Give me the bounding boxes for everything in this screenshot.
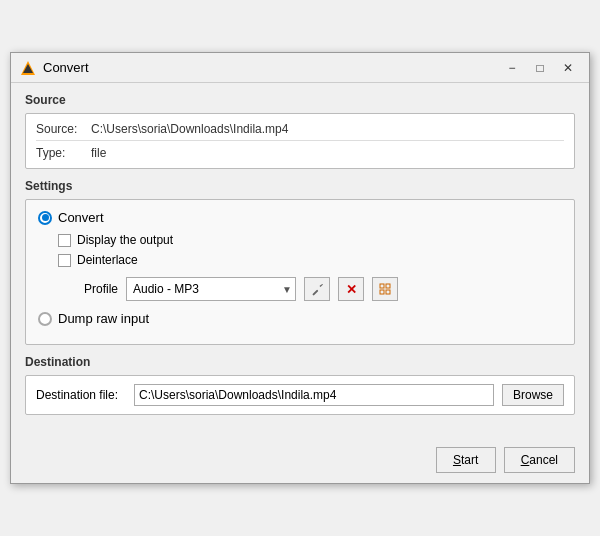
minimize-button[interactable]: − — [499, 58, 525, 78]
convert-radio[interactable]: Convert — [38, 210, 562, 225]
checkboxes-group: Display the output Deinterlace — [58, 233, 562, 267]
source-value: C:\Users\soria\Downloads\Indila.mp4 — [91, 122, 288, 136]
svg-rect-7 — [386, 290, 390, 294]
start-underline: Start — [453, 453, 478, 467]
svg-rect-4 — [380, 284, 384, 288]
convert-radio-indicator — [38, 211, 52, 225]
display-output-label: Display the output — [77, 233, 173, 247]
source-label: Source: — [36, 122, 91, 136]
display-output-checkbox[interactable]: Display the output — [58, 233, 562, 247]
titlebar: Convert − □ ✕ — [11, 53, 589, 83]
destination-section: Destination Destination file: Browse — [25, 355, 575, 415]
destination-box: Destination file: Browse — [25, 375, 575, 415]
dest-row: Destination file: Browse — [36, 384, 564, 406]
dest-label: Destination file: — [36, 388, 126, 402]
type-value: file — [91, 146, 106, 160]
profile-settings-button[interactable] — [304, 277, 330, 301]
profile-new-button[interactable] — [372, 277, 398, 301]
footer: Start Cancel — [11, 439, 589, 483]
divider — [36, 140, 564, 141]
deinterlace-checkbox[interactable]: Deinterlace — [58, 253, 562, 267]
svg-rect-3 — [312, 289, 318, 295]
svg-rect-6 — [380, 290, 384, 294]
dump-radio[interactable]: Dump raw input — [38, 311, 562, 326]
start-button[interactable]: Start — [436, 447, 496, 473]
destination-input[interactable] — [134, 384, 494, 406]
deinterlace-label: Deinterlace — [77, 253, 138, 267]
profile-select[interactable]: Audio - MP3 Video - H.264 + MP3 (MP4) Vi… — [126, 277, 296, 301]
source-section: Source Source: C:\Users\soria\Downloads\… — [25, 93, 575, 169]
display-output-box — [58, 234, 71, 247]
convert-dialog: Convert − □ ✕ Source Source: C:\Users\so… — [10, 52, 590, 484]
maximize-button[interactable]: □ — [527, 58, 553, 78]
convert-radio-label: Convert — [58, 210, 104, 225]
profile-select-wrapper: Audio - MP3 Video - H.264 + MP3 (MP4) Vi… — [126, 277, 296, 301]
wrench-icon — [311, 283, 324, 296]
destination-section-label: Destination — [25, 355, 575, 369]
cancel-button[interactable]: Cancel — [504, 447, 575, 473]
source-section-label: Source — [25, 93, 575, 107]
dump-radio-label: Dump raw input — [58, 311, 149, 326]
dialog-content: Source Source: C:\Users\soria\Downloads\… — [11, 83, 589, 439]
settings-section-label: Settings — [25, 179, 575, 193]
vlc-icon — [19, 59, 37, 77]
cancel-underline: Cancel — [521, 453, 558, 467]
profile-delete-button[interactable]: ✕ — [338, 277, 364, 301]
type-label: Type: — [36, 146, 91, 160]
settings-section: Settings Convert Display the output Dein… — [25, 179, 575, 345]
profile-row: Profile Audio - MP3 Video - H.264 + MP3 … — [58, 277, 562, 301]
deinterlace-box — [58, 254, 71, 267]
svg-rect-2 — [23, 73, 33, 75]
source-box: Source: C:\Users\soria\Downloads\Indila.… — [25, 113, 575, 169]
window-title: Convert — [43, 60, 89, 75]
dump-radio-indicator — [38, 312, 52, 326]
titlebar-buttons: − □ ✕ — [499, 58, 581, 78]
svg-rect-5 — [386, 284, 390, 288]
source-row-type: Type: file — [36, 146, 564, 160]
profile-label: Profile — [58, 282, 118, 296]
browse-button[interactable]: Browse — [502, 384, 564, 406]
close-button[interactable]: ✕ — [555, 58, 581, 78]
titlebar-left: Convert — [19, 59, 89, 77]
source-row-path: Source: C:\Users\soria\Downloads\Indila.… — [36, 122, 564, 136]
settings-box: Convert Display the output Deinterlace P — [25, 199, 575, 345]
grid-icon — [379, 283, 392, 296]
